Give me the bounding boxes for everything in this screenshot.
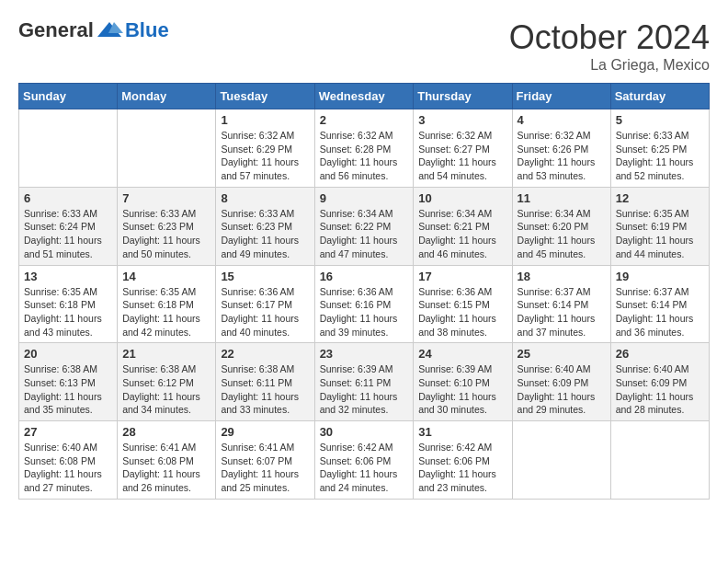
day-number: 18 [518,270,606,283]
day-number: 10 [418,191,506,205]
calendar-cell: 10Sunrise: 6:34 AM Sunset: 6:21 PM Dayli… [414,187,512,265]
day-header-friday: Friday [512,84,610,109]
calendar-cell [512,421,610,500]
day-number: 8 [221,191,309,205]
day-info: Sunrise: 6:34 AM Sunset: 6:20 PM Dayligh… [518,207,606,261]
day-info: Sunrise: 6:33 AM Sunset: 6:23 PM Dayligh… [122,207,210,261]
calendar-week-1: 1Sunrise: 6:32 AM Sunset: 6:29 PM Daylig… [19,109,710,188]
calendar-cell: 31Sunrise: 6:42 AM Sunset: 6:06 PM Dayli… [414,421,512,500]
day-info: Sunrise: 6:35 AM Sunset: 6:19 PM Dayligh… [616,207,704,261]
day-number: 9 [320,191,409,205]
day-number: 15 [221,270,309,283]
calendar-cell: 6Sunrise: 6:33 AM Sunset: 6:24 PM Daylig… [19,187,118,265]
day-info: Sunrise: 6:42 AM Sunset: 6:06 PM Dayligh… [320,441,409,495]
day-number: 25 [518,347,606,361]
day-info: Sunrise: 6:35 AM Sunset: 6:18 PM Dayligh… [122,285,210,339]
calendar-cell: 22Sunrise: 6:38 AM Sunset: 6:11 PM Dayli… [216,343,314,421]
day-info: Sunrise: 6:40 AM Sunset: 6:09 PM Dayligh… [518,362,606,417]
day-info: Sunrise: 6:35 AM Sunset: 6:18 PM Dayligh… [24,285,112,339]
day-header-saturday: Saturday [610,84,709,109]
day-header-sunday: Sunday [19,84,118,109]
day-info: Sunrise: 6:36 AM Sunset: 6:17 PM Dayligh… [221,285,309,339]
location: La Griega, Mexico [509,57,710,74]
day-number: 27 [24,425,112,439]
day-info: Sunrise: 6:36 AM Sunset: 6:15 PM Dayligh… [418,285,506,339]
calendar-cell: 14Sunrise: 6:35 AM Sunset: 6:18 PM Dayli… [118,265,216,343]
calendar-cell [19,109,118,188]
calendar-table: SundayMondayTuesdayWednesdayThursdayFrid… [18,83,710,500]
day-info: Sunrise: 6:39 AM Sunset: 6:11 PM Dayligh… [320,362,409,417]
month-title: October 2024 [509,18,710,57]
day-info: Sunrise: 6:36 AM Sunset: 6:16 PM Dayligh… [320,285,409,339]
logo-blue: Blue [125,18,169,42]
calendar-cell: 13Sunrise: 6:35 AM Sunset: 6:18 PM Dayli… [19,265,118,343]
calendar-cell: 29Sunrise: 6:41 AM Sunset: 6:07 PM Dayli… [216,421,314,500]
day-info: Sunrise: 6:41 AM Sunset: 6:07 PM Dayligh… [221,441,309,495]
day-header-tuesday: Tuesday [216,84,314,109]
day-number: 14 [122,270,210,283]
day-number: 5 [616,113,704,127]
day-info: Sunrise: 6:37 AM Sunset: 6:14 PM Dayligh… [616,285,704,339]
day-number: 28 [122,425,210,439]
calendar-cell: 4Sunrise: 6:32 AM Sunset: 6:26 PM Daylig… [512,109,610,188]
day-info: Sunrise: 6:32 AM Sunset: 6:28 PM Dayligh… [320,129,409,183]
day-header-wednesday: Wednesday [314,84,414,109]
day-number: 31 [418,425,506,439]
calendar-cell: 20Sunrise: 6:38 AM Sunset: 6:13 PM Dayli… [19,343,118,421]
day-number: 16 [320,270,409,283]
page-header: General Blue October 2024 La Griega, Mex… [18,18,710,74]
day-info: Sunrise: 6:33 AM Sunset: 6:24 PM Dayligh… [24,207,112,261]
calendar-cell: 27Sunrise: 6:40 AM Sunset: 6:08 PM Dayli… [19,421,118,500]
day-info: Sunrise: 6:38 AM Sunset: 6:13 PM Dayligh… [24,362,112,417]
day-number: 19 [616,270,704,283]
calendar-cell: 25Sunrise: 6:40 AM Sunset: 6:09 PM Dayli… [512,343,610,421]
day-number: 1 [221,113,309,127]
day-info: Sunrise: 6:34 AM Sunset: 6:21 PM Dayligh… [418,207,506,261]
calendar-cell: 3Sunrise: 6:32 AM Sunset: 6:27 PM Daylig… [414,109,512,188]
calendar-week-4: 20Sunrise: 6:38 AM Sunset: 6:13 PM Dayli… [19,343,710,421]
logo-general: General [18,18,94,42]
day-number: 24 [418,347,506,361]
day-info: Sunrise: 6:38 AM Sunset: 6:12 PM Dayligh… [122,362,210,417]
logo: General Blue [18,18,169,42]
logo-icon [96,20,123,40]
day-number: 17 [418,270,506,283]
calendar-cell: 18Sunrise: 6:37 AM Sunset: 6:14 PM Dayli… [512,265,610,343]
calendar-cell: 2Sunrise: 6:32 AM Sunset: 6:28 PM Daylig… [314,109,414,188]
calendar-cell: 9Sunrise: 6:34 AM Sunset: 6:22 PM Daylig… [314,187,414,265]
day-number: 7 [122,191,210,205]
calendar-cell: 21Sunrise: 6:38 AM Sunset: 6:12 PM Dayli… [118,343,216,421]
day-number: 21 [122,347,210,361]
day-number: 30 [320,425,409,439]
calendar-cell: 12Sunrise: 6:35 AM Sunset: 6:19 PM Dayli… [610,187,709,265]
day-info: Sunrise: 6:41 AM Sunset: 6:08 PM Dayligh… [122,441,210,495]
calendar-cell [610,421,709,500]
day-info: Sunrise: 6:32 AM Sunset: 6:27 PM Dayligh… [418,129,506,183]
day-info: Sunrise: 6:34 AM Sunset: 6:22 PM Dayligh… [320,207,409,261]
calendar-cell: 5Sunrise: 6:33 AM Sunset: 6:25 PM Daylig… [610,109,709,188]
day-number: 4 [518,113,606,127]
calendar-cell: 19Sunrise: 6:37 AM Sunset: 6:14 PM Dayli… [610,265,709,343]
day-number: 20 [24,347,112,361]
calendar-cell: 24Sunrise: 6:39 AM Sunset: 6:10 PM Dayli… [414,343,512,421]
calendar-cell: 26Sunrise: 6:40 AM Sunset: 6:09 PM Dayli… [610,343,709,421]
calendar-cell: 7Sunrise: 6:33 AM Sunset: 6:23 PM Daylig… [118,187,216,265]
calendar-week-5: 27Sunrise: 6:40 AM Sunset: 6:08 PM Dayli… [19,421,710,500]
day-info: Sunrise: 6:37 AM Sunset: 6:14 PM Dayligh… [518,285,606,339]
day-header-thursday: Thursday [414,84,512,109]
day-number: 29 [221,425,309,439]
calendar-header-row: SundayMondayTuesdayWednesdayThursdayFrid… [19,84,710,109]
day-number: 13 [24,270,112,283]
day-number: 23 [320,347,409,361]
day-number: 22 [221,347,309,361]
calendar-cell: 11Sunrise: 6:34 AM Sunset: 6:20 PM Dayli… [512,187,610,265]
calendar-cell [118,109,216,188]
day-header-monday: Monday [118,84,216,109]
title-section: October 2024 La Griega, Mexico [509,18,710,74]
calendar-cell: 17Sunrise: 6:36 AM Sunset: 6:15 PM Dayli… [414,265,512,343]
day-number: 2 [320,113,409,127]
day-number: 26 [616,347,704,361]
calendar-cell: 8Sunrise: 6:33 AM Sunset: 6:23 PM Daylig… [216,187,314,265]
day-info: Sunrise: 6:39 AM Sunset: 6:10 PM Dayligh… [418,362,506,417]
calendar-week-2: 6Sunrise: 6:33 AM Sunset: 6:24 PM Daylig… [19,187,710,265]
